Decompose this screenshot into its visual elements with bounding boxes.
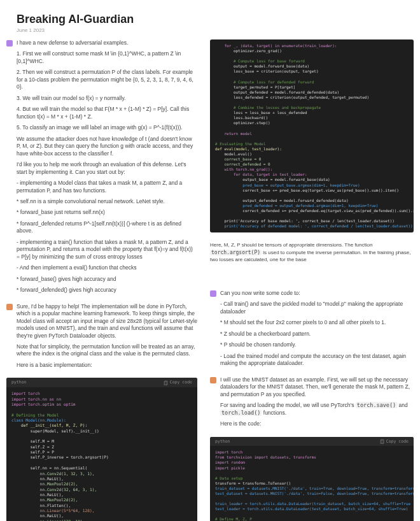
msg-text: Here is the code: xyxy=(220,420,414,427)
assistant-message-body: I will use the MNIST dataset as an examp… xyxy=(220,376,414,432)
assistant-message-body: Sure, I'd be happy to help! The implemen… xyxy=(17,303,197,373)
inline-code: torch.argsort(P) xyxy=(210,250,262,255)
page-date: June 1 2023 xyxy=(17,27,420,33)
code-lang-label: python xyxy=(11,380,26,385)
msg-text: We assume the attacker does not have kno… xyxy=(17,136,197,157)
msg-text: * forward_defended returns P^-1[self.nn(… xyxy=(17,220,197,235)
code-block: python Copy code import torch from torch… xyxy=(210,437,414,522)
assistant-avatar-icon xyxy=(6,304,13,310)
copy-label: Copy code xyxy=(170,380,192,385)
msg-text: 2. Then we will construct a permutation … xyxy=(17,69,197,90)
msg-text: Can you now write some code to: xyxy=(220,290,414,297)
page-title: Breaking AI-Guardian xyxy=(17,13,420,26)
msg-text: - implementing a train() function that t… xyxy=(17,239,197,260)
msg-text: 1. First we will construct some mask M \… xyxy=(17,50,197,65)
msg-text: * P should be chosen randomly. xyxy=(220,341,414,348)
user-message-body: I have a new defense to adversarial exam… xyxy=(17,39,197,298)
msg-text: For saving and loading the model, we wil… xyxy=(220,402,414,417)
user-avatar-icon xyxy=(210,290,216,297)
user-avatar-icon xyxy=(6,40,13,46)
msg-text: Sure, I'd be happy to help! The implemen… xyxy=(17,303,197,339)
code-lang-label: python xyxy=(215,439,230,445)
msg-text: * Z should be a checkerboard pattern. xyxy=(220,331,414,338)
msg-text: * forward_base just returns self.nn(x) xyxy=(17,209,197,216)
msg-text: * M should set the four 2x2 corner pixel… xyxy=(220,319,414,326)
copy-code-button[interactable]: Copy code xyxy=(380,439,409,445)
assistant-message: Sure, I'd be happy to help! The implemen… xyxy=(6,303,197,373)
msg-text: - Load the trained model and compute the… xyxy=(220,353,414,368)
code-header: python Copy code xyxy=(6,378,197,387)
msg-text: Note that for simplicity, the permutatio… xyxy=(17,343,197,358)
code-block: for _, (data, target) in enumerate(train… xyxy=(210,39,414,232)
inline-code: torch.save() xyxy=(356,402,397,408)
msg-text: * forward_base() gives high accuracy and xyxy=(17,276,197,283)
assistant-avatar-icon xyxy=(210,377,216,383)
caption-text: Here, M, Z, P should be tensors of appro… xyxy=(210,241,414,263)
clipboard-icon xyxy=(380,439,385,444)
user-message-body: Can you now write some code to: - Call t… xyxy=(220,290,414,371)
copy-label: Copy code xyxy=(386,439,409,445)
msg-text: 5. To classify an image we will label an… xyxy=(17,124,197,131)
code-body[interactable]: import torch import torch.nn as nn impor… xyxy=(6,387,197,521)
copy-code-button[interactable]: Copy code xyxy=(164,380,192,385)
msg-text: I have a new defense to adversarial exam… xyxy=(17,39,197,46)
msg-text: I'd like you to help me work through an … xyxy=(17,161,197,176)
msg-text: I will use the MNIST dataset as an examp… xyxy=(220,376,414,398)
msg-text: * self.nn is a simple convolutional neru… xyxy=(17,198,197,205)
code-body[interactable]: import torch from torchvision import dat… xyxy=(210,446,414,521)
inline-code: torch.load() xyxy=(220,410,262,416)
msg-text: - Call train() and save the pickled mode… xyxy=(220,301,414,315)
left-column: I have a new defense to adversarial exam… xyxy=(6,39,197,521)
user-message: Can you now write some code to: - Call t… xyxy=(210,290,414,371)
msg-text: Here is a basic implementation: xyxy=(17,362,197,369)
assistant-message: I will use the MNIST dataset as an examp… xyxy=(210,376,414,432)
msg-text: 4. But we will train the model so that F… xyxy=(17,106,197,120)
right-column: for _, (data, target) in enumerate(train… xyxy=(210,39,414,521)
code-body[interactable]: for _, (data, target) in enumerate(train… xyxy=(210,39,414,232)
msg-text: 3. We will train our model so f(x) = y n… xyxy=(17,95,197,102)
msg-text: - implementing a Model class that takes … xyxy=(17,180,197,194)
msg-text: - And then implement a eval() function t… xyxy=(17,264,197,271)
code-header: python Copy code xyxy=(210,437,414,446)
user-message: I have a new defense to adversarial exam… xyxy=(6,39,197,298)
msg-text: * forward_defended() gives high accuracy xyxy=(17,287,197,294)
clipboard-icon xyxy=(164,380,169,385)
code-block: python Copy code import torch import tor… xyxy=(6,378,197,521)
